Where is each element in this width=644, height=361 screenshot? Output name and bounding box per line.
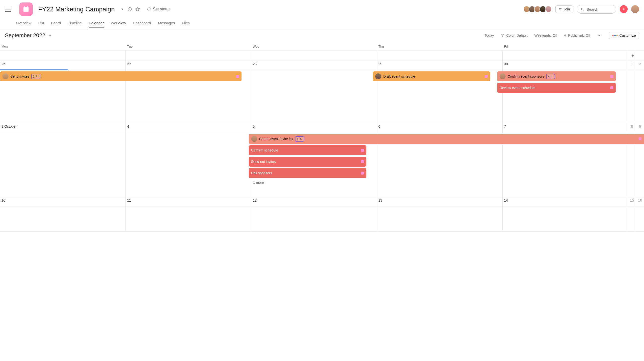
svg-point-8 <box>561 8 562 9</box>
tab-messages[interactable]: Messages <box>158 18 175 28</box>
day-cell[interactable]: 27 <box>126 61 251 70</box>
day-cell-weekend[interactable]: 8 <box>628 123 636 133</box>
event-call-sponsors[interactable]: Call sponsors <box>249 168 366 178</box>
more-menu[interactable] <box>597 33 602 38</box>
event-tag <box>361 149 364 152</box>
weekday-header-narrow <box>636 43 644 50</box>
day-cell[interactable]: 30 <box>502 61 628 70</box>
event-draft-schedule[interactable]: Draft event schedule <box>373 71 490 81</box>
weekday-header: Wed <box>251 43 377 50</box>
chevron-down-icon <box>48 34 52 37</box>
svg-marker-6 <box>136 8 140 11</box>
event-avatar <box>2 73 8 79</box>
day-cell[interactable]: 4 <box>126 123 251 133</box>
tab-board[interactable]: Board <box>51 18 61 28</box>
tab-list[interactable]: List <box>38 18 44 28</box>
day-cell[interactable]: 28 <box>251 61 377 70</box>
svg-point-13 <box>601 35 602 36</box>
day-cell[interactable]: 12 <box>251 197 377 207</box>
project-icon <box>19 3 33 16</box>
day-cell-weekend[interactable]: 9 <box>636 123 644 133</box>
day-cell[interactable]: 13 <box>377 197 502 207</box>
day-cell[interactable]: 3 October <box>0 123 126 133</box>
public-link-toggle[interactable]: Public link: Off <box>564 34 590 38</box>
event-confirm-sponsors[interactable]: Confirm event sponsors 4 <box>497 71 616 81</box>
weekday-header: Thu <box>377 43 502 50</box>
event-create-invite-list[interactable]: Create event invite list 1 <box>249 134 644 144</box>
subtask-badge: 4 <box>546 74 555 79</box>
event-title: Send out invites <box>251 160 276 164</box>
event-send-invites[interactable]: Send invites 3 <box>0 71 242 81</box>
filter-icon <box>501 34 504 37</box>
grid-icon <box>612 35 618 36</box>
subtask-icon <box>36 75 39 78</box>
menu-toggle[interactable] <box>5 7 11 12</box>
event-tag <box>361 160 364 163</box>
join-button[interactable]: Join <box>555 6 573 13</box>
event-confirm-schedule[interactable]: Confirm schedule <box>249 145 366 155</box>
event-title: Call sponsors <box>251 171 272 175</box>
weekday-header: Tue <box>126 43 251 50</box>
day-cell[interactable]: 6 <box>377 123 502 133</box>
star-icon[interactable] <box>136 7 140 12</box>
day-cell[interactable]: 29 <box>377 61 502 70</box>
event-avatar <box>251 136 257 142</box>
day-cell[interactable]: 7 <box>502 123 628 133</box>
day-cell-weekend[interactable]: 15 <box>628 197 636 207</box>
tab-overview[interactable]: Overview <box>16 18 32 28</box>
event-send-out-invites[interactable]: Send out invites <box>249 157 366 167</box>
day-cell-weekend[interactable]: 16 <box>636 197 644 207</box>
svg-rect-0 <box>24 7 29 12</box>
event-tag <box>485 75 488 78</box>
user-avatar[interactable] <box>631 5 639 13</box>
svg-rect-1 <box>24 6 25 8</box>
month-label: September 2022 <box>5 32 45 39</box>
member-avatars[interactable] <box>523 6 552 13</box>
event-tag <box>610 86 613 89</box>
day-cell[interactable]: 11 <box>126 197 251 207</box>
tab-workflow[interactable]: Workflow <box>111 18 126 28</box>
customize-button[interactable]: Customize <box>609 32 639 39</box>
event-avatar <box>500 73 506 79</box>
search-input[interactable] <box>586 7 612 12</box>
search-box[interactable] <box>577 5 616 14</box>
color-label: Color: Default <box>506 34 528 38</box>
chevron-down-icon[interactable] <box>121 8 124 11</box>
subtask-icon <box>300 137 302 140</box>
event-avatar <box>375 73 381 79</box>
event-title: Review event schedule <box>500 86 535 90</box>
tab-files[interactable]: Files <box>182 18 190 28</box>
tab-dashboard[interactable]: Dashboard <box>133 18 151 28</box>
svg-rect-2 <box>27 6 28 8</box>
svg-point-9 <box>581 8 583 10</box>
today-button[interactable]: Today <box>485 34 494 38</box>
svg-point-11 <box>598 35 599 36</box>
day-cell[interactable]: 26 <box>0 61 126 70</box>
day-cell[interactable]: 14 <box>502 197 628 207</box>
info-icon[interactable] <box>128 7 132 12</box>
month-picker[interactable]: September 2022 <box>5 32 52 39</box>
event-tag <box>638 137 642 140</box>
day-cell-weekend[interactable]: 1 <box>628 61 636 70</box>
svg-point-7 <box>560 8 560 9</box>
search-icon <box>581 7 584 11</box>
more-events-link[interactable]: 1 more <box>253 181 264 184</box>
color-filter[interactable]: Color: Default <box>501 34 528 38</box>
day-cell[interactable]: 5 <box>251 123 377 133</box>
event-title: Send invites <box>10 74 29 78</box>
set-status-button[interactable]: Set status <box>148 7 170 12</box>
weekends-toggle[interactable]: Weekends: Off <box>534 34 557 38</box>
event-review-schedule[interactable]: Review event schedule <box>497 83 616 93</box>
weekday-header: Mon <box>0 43 126 50</box>
tab-calendar[interactable]: Calendar <box>89 18 104 28</box>
subtask-icon <box>550 75 553 78</box>
tabs: Overview List Board Timeline Calendar Wo… <box>0 18 644 28</box>
public-link-label: Public link: Off <box>568 34 590 38</box>
tab-timeline[interactable]: Timeline <box>68 18 82 28</box>
day-cell-weekend[interactable]: 2 <box>636 61 644 70</box>
customize-label: Customize <box>620 34 636 38</box>
add-button[interactable]: + <box>620 5 628 13</box>
more-icon <box>597 33 602 38</box>
day-cell[interactable]: 10 <box>0 197 126 207</box>
subtask-badge: 3 <box>31 74 40 79</box>
